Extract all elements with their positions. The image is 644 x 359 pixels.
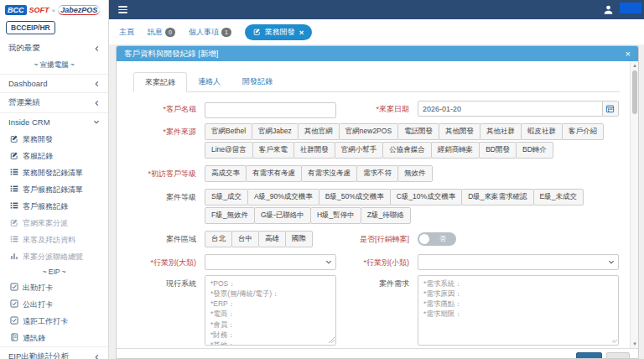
case-source-option-button[interactable]: 其他官網 xyxy=(298,123,340,140)
sidebar-group-eip-attendance-stats[interactable]: EIP出勤統計分析 xyxy=(0,346,108,359)
chevron-down-icon xyxy=(93,119,100,125)
sidebar-item-clock-in[interactable]: 出勤打卡 xyxy=(0,279,108,296)
case-region-option-button[interactable]: 台中 xyxy=(231,231,259,247)
case-grade-option-button[interactable]: E級_未成交 xyxy=(533,189,584,206)
sidebar-group-favorites[interactable]: 我的最愛 xyxy=(0,39,108,58)
first-visit-grade-option-button[interactable]: 需求不符 xyxy=(356,165,398,182)
case-source-option-button[interactable]: BD轉介 xyxy=(516,142,553,159)
case-source-option-button[interactable]: 電話開發 xyxy=(397,123,439,140)
sidebar-group-label: Inside CRM xyxy=(8,117,50,127)
scroll-down-icon[interactable]: ▼ xyxy=(631,341,638,347)
brand-separator: × xyxy=(52,7,56,14)
tab-dev-record[interactable]: 開發記錄 xyxy=(231,72,283,92)
sidebar-item-label: 公出打卡 xyxy=(23,299,53,310)
list-icon xyxy=(10,168,18,178)
case-region-option-button[interactable]: 高雄 xyxy=(258,231,286,247)
cancel-button[interactable] xyxy=(606,352,630,359)
customer-name-input[interactable] xyxy=(205,102,336,118)
workspace-badge[interactable]: BCCEIP/HR xyxy=(6,21,55,34)
sidebar-item-business-dev[interactable]: 業務開發 xyxy=(0,131,108,148)
case-grade-option-button[interactable]: Z級_待聯絡 xyxy=(361,207,411,224)
case-source-option-button[interactable]: 客戶來電 xyxy=(252,142,294,159)
close-modal-icon[interactable]: × xyxy=(626,49,631,59)
chevron-left-icon xyxy=(94,81,100,87)
first-visit-grade-label: *初訪客戶等級 xyxy=(122,165,205,180)
tab-contact-person[interactable]: 連絡人 xyxy=(187,72,231,92)
form-row: *案件來源 官網Bethel官網Jabez其他官網官網new2POS電話開發其他… xyxy=(122,123,623,160)
sidebar-item-outside-clock-in[interactable]: 公出打卡 xyxy=(0,296,108,313)
first-visit-grade-option-button[interactable]: 高成交率 xyxy=(205,165,247,182)
sidebar-item-service-record[interactable]: 客服記錄 xyxy=(0,148,108,164)
marketing-transfer-toggle[interactable]: 否 xyxy=(418,232,456,246)
case-grade-option-button[interactable]: C級_10%成交機率 xyxy=(390,189,462,206)
sidebar-group-label: EIP出勤統計分析 xyxy=(8,351,69,359)
case-grade-option-button[interactable]: B級_50%成交機率 xyxy=(319,189,391,206)
case-demand-label: 案件需求 xyxy=(336,275,418,289)
sidebar-group-dashboard[interactable]: Dashboard xyxy=(0,74,108,92)
case-source-option-button[interactable]: Line@留言 xyxy=(205,142,253,159)
check-square-icon xyxy=(10,283,18,293)
save-button[interactable] xyxy=(576,352,602,359)
case-grade-option-button[interactable]: S級_成交 xyxy=(205,189,248,206)
case-source-option-button[interactable]: 官網new2POS xyxy=(339,123,398,140)
close-tab-icon[interactable]: × xyxy=(299,28,304,37)
sidebar-item-customer-service[interactable]: 客戶服務記錄 xyxy=(0,198,108,215)
case-grade-option-button[interactable]: A級_90%成交機率 xyxy=(247,189,319,206)
case-source-option-button[interactable]: 蝦皮社群 xyxy=(521,123,563,140)
sidebar-item-business-dev-list[interactable]: 業務開發記錄清單 xyxy=(0,164,108,181)
sidebar-item-contacts[interactable]: 通訊錄 xyxy=(0,330,108,346)
tab-incoming-record[interactable]: 來案記錄 xyxy=(133,72,187,92)
sidebar-group-inside-crm[interactable]: Inside CRM xyxy=(0,112,108,131)
case-source-option-button[interactable]: 其他開發 xyxy=(439,123,480,140)
case-source-option-button[interactable]: 官網Jabez xyxy=(252,123,299,140)
industry-major-select[interactable] xyxy=(205,254,336,270)
tab-personal-items[interactable]: 個人事項 1 xyxy=(189,27,231,38)
case-region-option-button[interactable]: 國際 xyxy=(285,231,313,247)
user-icon[interactable] xyxy=(603,3,614,18)
modal-scrollbar[interactable]: ▲ ▼ xyxy=(630,61,638,348)
case-grade-option-button[interactable]: F級_無效件 xyxy=(205,207,255,224)
sidebar-item-customer-service-list[interactable]: 客戶服務記錄清單 xyxy=(0,181,108,198)
calendar-icon[interactable] xyxy=(603,101,619,117)
first-visit-grade-option-button[interactable]: 有需求有考慮 xyxy=(246,165,302,182)
chevron-left-icon xyxy=(94,354,100,359)
industry-minor-select[interactable] xyxy=(418,254,619,270)
sidebar-item-visit-data[interactable]: 來客及拜訪資料 xyxy=(0,232,108,248)
first-visit-grade-option-button[interactable]: 無效件 xyxy=(397,165,433,182)
case-grade-option-button[interactable]: D級_來案需求確認 xyxy=(461,189,533,206)
case-source-option-button[interactable]: 公協會媒合 xyxy=(382,142,432,159)
sidebar: BCCSOFT × JabezPOS BCCEIP/HR 我的最愛 ~ 宣揚電腦… xyxy=(0,0,109,359)
sidebar-item-label: 客戶服務記錄 xyxy=(23,201,68,212)
scrollbar-thumb[interactable] xyxy=(632,70,637,114)
case-source-option-button[interactable]: 官網小幫手 xyxy=(335,142,384,159)
brand-logo: BCCSOFT × JabezPOS xyxy=(0,0,108,18)
scroll-up-icon[interactable]: ▲ xyxy=(631,62,638,69)
first-visit-grade-option-button[interactable]: 有需求沒考慮 xyxy=(301,165,357,182)
case-source-option-button[interactable]: 經銷商轉案 xyxy=(431,142,480,159)
case-grade-option-button[interactable]: H級_暫停中 xyxy=(310,207,361,224)
case-source-option-button[interactable]: BD開發 xyxy=(479,142,517,159)
current-system-textarea[interactable] xyxy=(205,275,336,346)
case-source-option-button[interactable]: 客戶介紹 xyxy=(562,123,604,140)
case-grade-option-button[interactable]: G級-已聯絡中 xyxy=(254,207,311,224)
edit-icon xyxy=(10,151,18,161)
menu-toggle-icon[interactable] xyxy=(118,6,127,15)
case-region-option-button[interactable]: 台北 xyxy=(205,231,232,247)
case-source-option-button[interactable]: 其他社群 xyxy=(480,123,522,140)
sidebar-item-dispatch-overview[interactable]: 來案分派聯絡總覽 xyxy=(0,248,108,265)
sidebar-group-sales[interactable]: 營運業績 xyxy=(0,92,108,112)
case-demand-textarea[interactable] xyxy=(418,275,619,346)
case-source-option-button[interactable]: 官網Bethel xyxy=(205,123,252,140)
case-source-option-button[interactable]: 社群開發 xyxy=(293,142,335,159)
tab-home[interactable]: 主頁 xyxy=(119,27,134,38)
tab-business-dev-active[interactable]: 業務開發 × xyxy=(245,24,313,40)
form-row: 現行系統 案件需求 xyxy=(122,275,623,346)
sidebar-item-web-case-dispatch[interactable]: 官網來案分派 xyxy=(0,215,108,232)
current-system-label: 現行系統 xyxy=(122,275,205,289)
tab-messages[interactable]: 訊息 0 xyxy=(148,27,175,38)
case-date-input[interactable] xyxy=(418,101,603,117)
case-region-label: 案件區域 xyxy=(122,231,205,245)
navbar-accent-button[interactable] xyxy=(620,3,641,13)
sidebar-item-label: 官網來案分派 xyxy=(23,218,68,229)
sidebar-item-remote-clock-in[interactable]: 遠距工作打卡 xyxy=(0,313,108,330)
